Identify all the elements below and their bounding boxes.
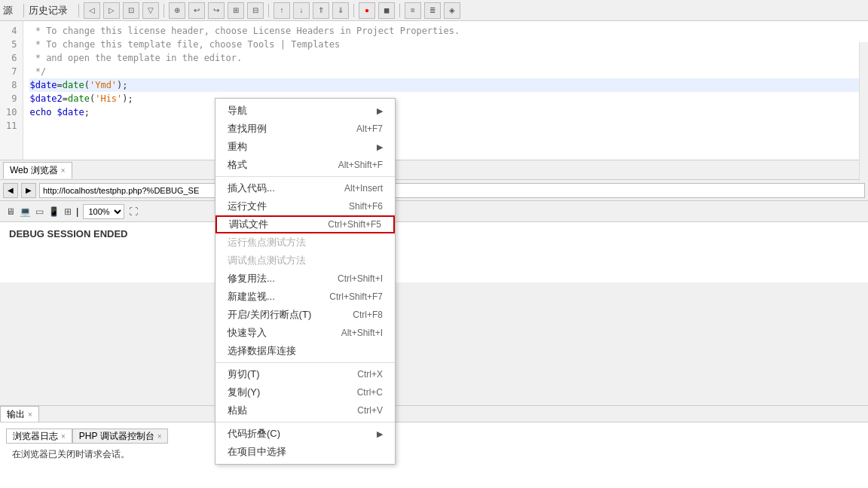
- toolbar-btn-13[interactable]: ⇓: [332, 2, 349, 19]
- menu-shortcut-toggle-breakpoint: Ctrl+F8: [353, 310, 383, 320]
- code-editor: 4 5 6 7 8 9 10 11 * To change this licen…: [0, 21, 868, 160]
- back-button[interactable]: ◀: [3, 183, 18, 198]
- sep4: [268, 4, 269, 17]
- menu-sep-after-format: [215, 176, 395, 177]
- code-text[interactable]: * To change this license header, choose …: [23, 21, 868, 160]
- tablet-icon[interactable]: ▭: [35, 206, 44, 217]
- output-tab[interactable]: 输出 ×: [0, 406, 39, 422]
- menu-item-label-fix-usage: 修复用法...: [228, 272, 275, 285]
- menu-item-label-new-watch: 新建监视...: [228, 290, 275, 303]
- grid-icon[interactable]: ⊞: [64, 206, 72, 217]
- toolbar-btn-2[interactable]: ▷: [103, 2, 120, 19]
- toolbar-btn-11[interactable]: ↓: [293, 2, 310, 19]
- sep1: [23, 4, 24, 17]
- phone-icon[interactable]: 📱: [48, 206, 60, 217]
- toolbar-btn-4[interactable]: ▽: [142, 2, 159, 19]
- menu-item-label-quick-import: 快速导入: [228, 326, 267, 340]
- editor-scrollbar[interactable]: [859, 42, 868, 181]
- php-console-close[interactable]: ×: [157, 432, 162, 441]
- menu-shortcut-cut: Ctrl+X: [357, 369, 383, 380]
- browser-tab[interactable]: Web 浏览器 ×: [3, 162, 72, 178]
- menu-item-run-file[interactable]: 运行文件Shift+F6: [215, 197, 395, 215]
- menu-item-label-debug-file: 调试文件: [229, 218, 268, 231]
- menu-shortcut-quick-import: Alt+Shift+I: [341, 328, 383, 338]
- menu-shortcut-format: Alt+Shift+F: [338, 160, 383, 170]
- menu-item-quick-import[interactable]: 快速导入Alt+Shift+I: [215, 324, 395, 342]
- toolbar-btn-15[interactable]: ≣: [424, 2, 441, 19]
- menu-item-navigate[interactable]: 导航▶: [215, 102, 395, 120]
- menu-shortcut-find-usage: Alt+F7: [356, 124, 383, 134]
- monitor-icon[interactable]: 🖥: [6, 206, 15, 217]
- menu-item-run-focus-test: 运行焦点测试方法: [215, 233, 395, 252]
- menu-item-label-find-usage: 查找用例: [228, 122, 267, 136]
- toolbar-btn-6[interactable]: ↩: [188, 2, 205, 19]
- menu-item-code-fold[interactable]: 代码折叠(C)▶: [215, 425, 395, 443]
- toolbar-btn-14[interactable]: ≡: [405, 2, 421, 19]
- menu-item-label-navigate: 导航: [228, 104, 247, 117]
- forward-button[interactable]: ▶: [21, 183, 36, 198]
- toolbar-btn-8[interactable]: ⊞: [228, 2, 244, 19]
- sub-tab-bar: 浏览器日志 × PHP 调试器控制台 ×: [6, 427, 862, 445]
- device-bar: 🖥 💻 ▭ 📱 ⊞ | 100% 75% 50% 125% 150% ⛶: [0, 201, 868, 222]
- bottom-content: 浏览器日志 × PHP 调试器控制台 × 在浏览器已关闭时请求会话。: [0, 422, 868, 488]
- menu-item-toggle-breakpoint[interactable]: 开启/关闭行断点(T)Ctrl+F8: [215, 306, 395, 324]
- line-numbers: 4 5 6 7 8 9 10 11: [0, 21, 23, 160]
- debug-area: DEBUG SESSION ENDED: [0, 222, 868, 282]
- menu-item-select-db[interactable]: 选择数据库连接: [215, 342, 395, 360]
- toolbar-btn-stop[interactable]: ◼: [378, 2, 395, 19]
- menu-item-select-in-project[interactable]: 在项目中选择: [215, 443, 395, 461]
- menu-item-label-paste: 粘贴: [228, 404, 247, 417]
- menu-item-label-toggle-breakpoint: 开启/关闭行断点(T): [228, 308, 311, 322]
- menu-shortcut-insert-code: Alt+Insert: [344, 183, 383, 194]
- toolbar-btn-1[interactable]: ◁: [84, 2, 100, 19]
- browser-log-tab[interactable]: 浏览器日志 ×: [6, 429, 72, 444]
- toolbar-btn-10[interactable]: ↑: [274, 2, 290, 19]
- toolbar-btn-run[interactable]: ●: [359, 2, 375, 19]
- menu-item-debug-focus-test: 调试焦点测试方法: [215, 252, 395, 270]
- history-label: 历史记录: [29, 4, 68, 17]
- sep3: [164, 4, 164, 17]
- menu-item-find-usage[interactable]: 查找用例Alt+F7: [215, 120, 395, 138]
- menu-item-label-refactor: 重构: [228, 140, 247, 154]
- menu-item-cut[interactable]: 剪切(T)Ctrl+X: [215, 365, 395, 383]
- menu-sep-after-paste: [215, 422, 395, 422]
- toolbar-btn-5[interactable]: ⊕: [169, 2, 185, 19]
- laptop-icon[interactable]: 💻: [20, 206, 31, 217]
- browser-log-close[interactable]: ×: [61, 432, 66, 441]
- source-label: 源: [3, 4, 13, 17]
- menu-shortcut-new-watch: Ctrl+Shift+F7: [329, 291, 383, 302]
- sep6: [399, 4, 400, 17]
- menu-shortcut-copy: Ctrl+C: [357, 387, 383, 398]
- menu-item-fix-usage[interactable]: 修复用法...Ctrl+Shift+I: [215, 270, 395, 288]
- expand-icon[interactable]: ⛶: [129, 206, 138, 217]
- menu-item-paste[interactable]: 粘贴Ctrl+V: [215, 401, 395, 419]
- output-tab-label: 输出: [7, 408, 25, 421]
- menu-item-format[interactable]: 格式Alt+Shift+F: [215, 156, 395, 174]
- menu-item-label-format: 格式: [228, 158, 247, 172]
- menu-item-label-copy: 复制(Y): [228, 386, 260, 399]
- toolbar-btn-12[interactable]: ⇑: [313, 2, 329, 19]
- menu-item-debug-file[interactable]: 调试文件Ctrl+Shift+F5: [215, 215, 395, 233]
- debug-message: DEBUG SESSION ENDED: [9, 228, 127, 239]
- bottom-tab-bar: 输出 ×: [0, 406, 868, 422]
- browser-tab-close[interactable]: ×: [61, 166, 66, 175]
- menu-item-label-debug-focus-test: 调试焦点测试方法: [228, 254, 306, 267]
- menu-item-copy[interactable]: 复制(Y)Ctrl+C: [215, 383, 395, 401]
- menu-item-label-run-focus-test: 运行焦点测试方法: [228, 236, 306, 249]
- bottom-text: 在浏览器已关闭时请求会话。: [6, 445, 862, 464]
- zoom-select[interactable]: 100% 75% 50% 125% 150%: [83, 204, 124, 219]
- output-tab-close[interactable]: ×: [28, 410, 32, 419]
- address-bar: ◀ ▶: [0, 180, 868, 201]
- toolbar-btn-3[interactable]: ⊡: [123, 2, 139, 19]
- menu-item-label-select-in-project: 在项目中选择: [228, 445, 286, 459]
- bottom-panel: 输出 × 浏览器日志 × PHP 调试器控制台 × 在浏览器已关闭时请求会话。: [0, 405, 868, 488]
- zoom-sep: |: [76, 206, 78, 217]
- address-input[interactable]: [39, 183, 865, 198]
- toolbar-btn-16[interactable]: ◈: [444, 2, 460, 19]
- toolbar-btn-9[interactable]: ⊟: [247, 2, 264, 19]
- php-console-tab[interactable]: PHP 调试器控制台 ×: [72, 429, 169, 444]
- menu-item-new-watch[interactable]: 新建监视...Ctrl+Shift+F7: [215, 288, 395, 306]
- menu-item-refactor[interactable]: 重构▶: [215, 138, 395, 156]
- toolbar-btn-7[interactable]: ↪: [208, 2, 225, 19]
- menu-item-insert-code[interactable]: 插入代码...Alt+Insert: [215, 179, 395, 197]
